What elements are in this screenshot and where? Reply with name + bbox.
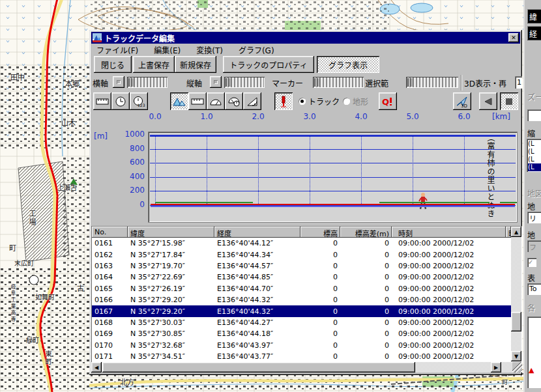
table-header-row: No.緯度経度標高標高差(m)時刻時 [92, 227, 511, 238]
resize-grip[interactable] [512, 362, 522, 372]
selection-slider[interactable] [406, 77, 458, 88]
q-marker-icon[interactable]: Q [379, 92, 397, 110]
svg-text:123: 123 [138, 103, 145, 107]
scroll-up-icon[interactable]: ▲ [511, 227, 521, 237]
y-axis-slider[interactable] [224, 77, 265, 88]
column-header[interactable]: 標高 [300, 227, 340, 238]
table-cell: 0170 [92, 341, 128, 350]
horizontal-scroll-thumb[interactable] [102, 362, 415, 372]
table-row[interactable]: 0170N 35°27'32.68″E136°40'43.97″0009:00:… [92, 340, 511, 351]
menu-edit[interactable]: 編集(E) [149, 43, 186, 57]
table-cell: E136°40'44.32″ [214, 296, 300, 304]
column-header[interactable]: 時刻 [392, 227, 506, 238]
scroll-down-icon[interactable]: ▼ [511, 351, 521, 361]
play-back-icon[interactable] [479, 92, 497, 110]
map-row2-dropdown[interactable]: フ [527, 240, 541, 252]
scroll-left-icon[interactable]: ◀ [91, 362, 102, 372]
scroll-right-icon[interactable]: ▶ [491, 362, 501, 372]
table-row[interactable]: 0166N 35°27'29.20″E136°40'44.32″0009:00:… [92, 294, 511, 305]
map-row1-dropdown[interactable]: リ [527, 212, 541, 223]
table-row[interactable]: 0163N 35°27'19.70″E136°40'44.57″0009:00:… [92, 260, 511, 272]
map-label: 町 [502, 378, 508, 386]
track-properties-button[interactable]: トラックのプロパティ [223, 56, 314, 73]
gridline-vertical [258, 135, 259, 206]
marker-pen-icon[interactable] [274, 92, 293, 110]
marker-slider[interactable] [313, 77, 364, 88]
table-row[interactable]: 0161N 35°27'15.98″E136°40'44.12″0009:00:… [92, 238, 511, 249]
y-axis-option-button[interactable] [210, 76, 222, 88]
stop-icon[interactable] [500, 92, 518, 110]
horizontal-scrollbar[interactable]: ◀ ▶ [91, 362, 522, 372]
sidebar-checkbox[interactable]: ✓ [527, 258, 536, 267]
table-row[interactable]: 0165N 35°27'26.19″E136°40'44.70″0009:00:… [92, 283, 511, 294]
display-dropdown[interactable]: To [527, 283, 541, 295]
table-row[interactable]: 0164N 35°27'22.69″E136°40'44.85″0009:00:… [92, 272, 511, 283]
x-axis-option-button[interactable] [113, 76, 124, 88]
map-section-title: 地図 [527, 188, 541, 199]
table-cell: N 35°27'17.84″ [128, 251, 214, 259]
table-cell: 0169 [92, 329, 128, 338]
close-dialog-button[interactable]: 閉じる [94, 56, 132, 73]
close-icon[interactable]: ✕ [508, 33, 519, 42]
menu-graph[interactable]: グラフ(G) [233, 43, 280, 57]
table-row[interactable]: 0168N 35°27'30.03″E136°40'44.27″0009:00:… [92, 317, 511, 328]
column-header[interactable]: 標高差(m) [340, 227, 392, 238]
radio-terrain[interactable] [343, 98, 350, 105]
overwrite-save-button[interactable]: 上書保存 [133, 56, 175, 73]
table-row[interactable]: 0169N 35°27'30.85″E136°40'44.18″0009:00:… [92, 328, 511, 339]
new-save-button[interactable]: 新規保存 [175, 56, 216, 73]
gridline-vertical [361, 135, 362, 206]
gridline-horizontal [150, 135, 516, 137]
table-cell: 0163 [92, 262, 128, 270]
table-cell: E136°40'44.70″ [214, 285, 300, 293]
legend-listbox[interactable]: ▲ [527, 316, 541, 388]
clock-123-icon[interactable]: 123 [130, 92, 148, 110]
radio-track[interactable] [299, 98, 306, 105]
table-row[interactable]: 0171N 35°27'34.51″E136°40'43.77″0009:00:… [92, 351, 511, 361]
dialog-titlebar[interactable]: トラックデータ編集 ✕ [91, 32, 520, 44]
y-axis-label: 縦軸 [186, 77, 202, 89]
3d-view-icon[interactable]: 3D [453, 92, 471, 110]
table-cell: 0171 [92, 352, 128, 361]
column-header[interactable]: 緯度 [128, 227, 214, 238]
table-cell: N 35°27'29.20″ [128, 296, 214, 304]
view3d-speed-input[interactable]: 1. [515, 76, 522, 89]
table-row[interactable]: 0167N 35°27'29.20″E136°40'44.32″0009:00:… [92, 305, 511, 316]
column-header[interactable]: 時 [506, 227, 511, 238]
layer-list-item[interactable]: (L [528, 163, 541, 171]
graph-plot-area[interactable]: （富有柿の里いとぬき [149, 132, 517, 222]
x-tick-label: 2.0 [247, 112, 269, 121]
menu-file[interactable]: ファイル(F) [91, 43, 143, 57]
mountain-icon[interactable] [170, 92, 188, 110]
layer-listbox[interactable]: (L(L(L(L [527, 139, 541, 172]
table-cell: 0 [340, 329, 392, 338]
layer-list-item[interactable]: (L [528, 140, 541, 148]
map-label: 山木 [61, 117, 76, 128]
gridline-horizontal [150, 177, 516, 178]
ruler2-icon[interactable] [188, 92, 207, 110]
graph-view-button[interactable]: グラフ表示 [317, 56, 379, 73]
vertical-scrollbar[interactable]: ▲ ▼ [511, 227, 521, 361]
latitude-button[interactable]: 緯 [527, 9, 541, 23]
gridline-horizontal [150, 191, 516, 191]
menu-convert[interactable]: 変換(T) [191, 43, 228, 57]
vertical-scroll-thumb[interactable] [511, 312, 521, 331]
clock-icon[interactable] [111, 92, 130, 110]
column-header[interactable]: No. [92, 227, 128, 238]
table-row[interactable]: 0162N 35°27'17.84″E136°40'44.34″0009:00:… [92, 249, 511, 260]
menu-bar: ファイル(F) 編集(E) 変換(T) グラフ(G) [91, 44, 520, 56]
table-cell: 09:00:00 2000/12/02 [392, 262, 506, 270]
gauge-icon[interactable] [207, 92, 225, 110]
ruler-icon[interactable] [93, 92, 111, 110]
gauge-clock-icon[interactable] [225, 92, 243, 110]
layer-list-item[interactable]: (L [528, 156, 541, 163]
layer-list-item[interactable]: (L [528, 148, 541, 156]
longitude-button[interactable]: 経 [527, 26, 541, 40]
angle-icon[interactable] [243, 92, 261, 110]
highlight-segment [379, 202, 490, 203]
table-cell: 0165 [92, 285, 128, 293]
zoom-field[interactable] [527, 109, 541, 121]
x-axis-slider[interactable] [127, 77, 168, 88]
column-header[interactable]: 経度 [214, 227, 300, 238]
table-cell: 0 [340, 296, 392, 304]
